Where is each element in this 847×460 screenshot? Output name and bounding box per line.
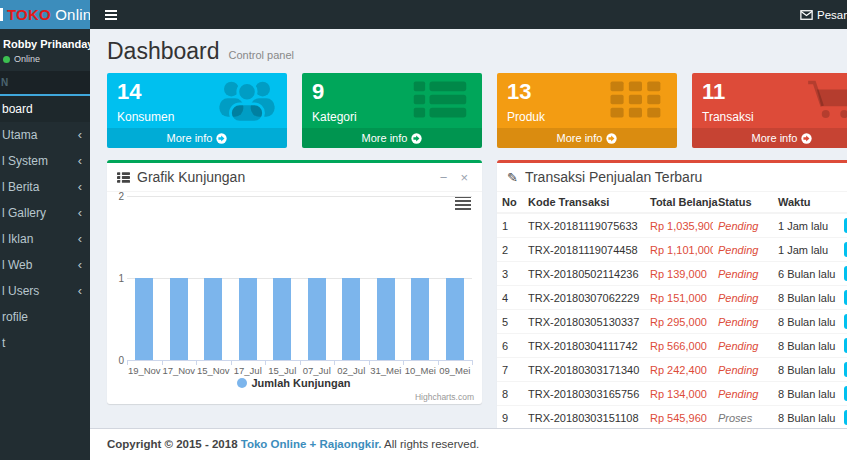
- sidebar-item[interactable]: l Berita‹: [0, 174, 90, 200]
- copyright-text: Copyright © 2015 - 2018: [107, 438, 238, 450]
- cell-total-belanja: Rp 242,400: [645, 358, 713, 382]
- table-row: 8TRX-20180303165756Rp 134,000Pending8 Bu…: [497, 382, 847, 406]
- more-info-link[interactable]: More info: [107, 128, 287, 148]
- x-tick-label: 09_Mei: [438, 365, 473, 376]
- chevron-left-icon: ‹: [78, 200, 82, 226]
- sidebar-toggle-button[interactable]: [98, 0, 124, 29]
- info-box-transaksi: 11TransaksiMore info: [692, 73, 847, 148]
- top-navbar: TOKO Online Pesan Masuk: [0, 0, 847, 29]
- chart-box-header: Grafik Kunjungan − ×: [107, 163, 482, 192]
- sidebar-item-label: l System: [2, 154, 48, 168]
- table-row: 5TRX-20180305130337Rp 295,000Pending8 Bu…: [497, 310, 847, 334]
- chart-bar[interactable]: [239, 278, 257, 360]
- table-row: 1TRX-20181119075633Rp 1,035,900Pending1 …: [497, 213, 847, 238]
- chart-legend[interactable]: Jumlah Kunjungan: [113, 377, 474, 389]
- sidebar-item[interactable]: Utama‹: [0, 122, 90, 148]
- y-tick-label: 1: [113, 273, 124, 284]
- sidebar-item-label: l Iklan: [2, 232, 33, 246]
- x-axis-tick: [369, 360, 370, 365]
- chart-bar[interactable]: [135, 278, 153, 360]
- sidebar-item[interactable]: l Users‹: [0, 278, 90, 304]
- transactions-table: NoKode TransaksiTotal BelanjaStatusWaktu…: [497, 192, 847, 453]
- arrow-circle-right-icon: [801, 133, 812, 144]
- chevron-left-icon: ‹: [78, 278, 82, 304]
- table-header-row: NoKode TransaksiTotal BelanjaStatusWaktu: [497, 192, 847, 213]
- cell-total-belanja: Rp 139,000: [645, 262, 713, 286]
- column-header: Waktu: [773, 192, 839, 213]
- sidebar-item[interactable]: board: [0, 96, 90, 122]
- table-row: 2TRX-20181119074458Rp 1,101,000Pending1 …: [497, 238, 847, 262]
- chart-bar[interactable]: [446, 278, 464, 360]
- y-tick-label: 2: [113, 191, 124, 202]
- pencil-icon: ✎: [507, 170, 518, 185]
- sidebar: Robby Prihandaya Online N boardUtama‹l S…: [0, 29, 90, 460]
- sidebar-item[interactable]: l Iklan‹: [0, 226, 90, 252]
- x-axis-tick: [403, 360, 404, 365]
- table-row: 7TRX-20180303171340Rp 242,400Pending8 Bu…: [497, 358, 847, 382]
- sidebar-item-label: board: [2, 102, 33, 116]
- column-header: No: [497, 192, 523, 213]
- x-axis-tick: [196, 360, 197, 365]
- cell-no: 7: [497, 358, 523, 382]
- x-tick-label: 31_Mei: [369, 365, 404, 376]
- page-title: Dashboard: [107, 38, 220, 65]
- cell-status: Pending: [713, 334, 773, 358]
- legend-label: Jumlah Kunjungan: [252, 377, 351, 389]
- logo-brand-rest: Online: [51, 6, 90, 23]
- sidebar-item[interactable]: l Gallery‹: [0, 200, 90, 226]
- app-logo[interactable]: TOKO Online: [0, 0, 90, 29]
- legend-marker-icon: [237, 378, 247, 388]
- chevron-left-icon: ‹: [78, 174, 82, 200]
- x-tick-label: 17_Nov: [162, 365, 197, 376]
- user-status: Online: [3, 54, 86, 64]
- chart-bar[interactable]: [204, 278, 222, 360]
- cell-status: Pending: [713, 238, 773, 262]
- chart-bar[interactable]: [342, 278, 360, 360]
- chart-credits[interactable]: Highcharts.com: [415, 392, 474, 402]
- chart-bar[interactable]: [170, 278, 188, 360]
- sidebar-item[interactable]: l Web‹: [0, 252, 90, 278]
- chart-export-menu-icon[interactable]: [454, 195, 472, 211]
- column-header: Total Belanja: [645, 192, 713, 213]
- sidebar-item[interactable]: t: [0, 330, 90, 356]
- info-box-kategori: 9KategoriMore info: [302, 73, 482, 148]
- collapse-icon[interactable]: −: [440, 170, 448, 185]
- cell-kode-transaksi: TRX-20181119075633: [523, 213, 645, 238]
- info-box-konsumen: 14KonsumenMore info: [107, 73, 287, 148]
- chart-bar[interactable]: [411, 278, 429, 360]
- chart-bar[interactable]: [377, 278, 395, 360]
- more-info-link[interactable]: More info: [497, 128, 677, 148]
- sidebar-item[interactable]: l System‹: [0, 148, 90, 174]
- x-tick-label: 17_Jul: [231, 365, 266, 376]
- shopping-cart-icon: [802, 78, 847, 124]
- page-footer: Copyright © 2015 - 2018 Toko Online + Ra…: [90, 428, 847, 460]
- chevron-left-icon: ‹: [78, 252, 82, 278]
- x-tick-label: 15_Jul: [265, 365, 300, 376]
- messages-nav-item[interactable]: Pesan Masuk: [800, 0, 847, 29]
- chart-bar[interactable]: [273, 278, 291, 360]
- cell-total-belanja: Rp 134,000: [645, 382, 713, 406]
- cell-no: 2: [497, 238, 523, 262]
- sidebar-item[interactable]: rofile: [0, 304, 90, 330]
- cell-no: 8: [497, 382, 523, 406]
- footer-link[interactable]: Toko Online + Rajaongkir.: [241, 438, 382, 450]
- th-grid-icon: [607, 78, 667, 124]
- cell-total-belanja: Rp 1,035,900: [645, 213, 713, 238]
- more-info-link[interactable]: More info: [692, 128, 847, 148]
- chart-bar[interactable]: [308, 278, 326, 360]
- cell-waktu: 8 Bulan lalu: [773, 406, 839, 430]
- more-info-link[interactable]: More info: [302, 128, 482, 148]
- table-row: 9TRX-20180303151108Rp 545,960Proses8 Bul…: [497, 406, 847, 430]
- cell-total-belanja: Rp 295,000: [645, 310, 713, 334]
- x-axis-tick: [127, 360, 128, 365]
- page-subtitle: Control panel: [229, 49, 294, 61]
- cell-waktu: 8 Bulan lalu: [773, 358, 839, 382]
- sidebar-item-label: l Berita: [2, 180, 39, 194]
- cell-action: Cek: [839, 262, 847, 286]
- x-axis-tick: [265, 360, 266, 365]
- cell-no: 4: [497, 286, 523, 310]
- x-axis-tick: [438, 360, 439, 365]
- cell-kode-transaksi: TRX-20180303165756: [523, 382, 645, 406]
- close-icon[interactable]: ×: [460, 170, 468, 185]
- x-axis-tick: [334, 360, 335, 365]
